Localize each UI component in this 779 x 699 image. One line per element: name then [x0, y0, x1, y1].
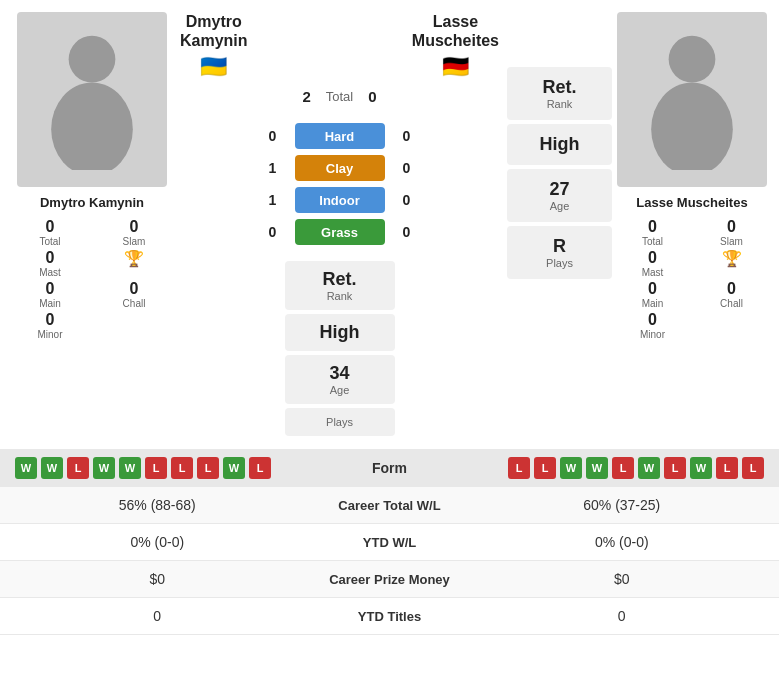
- right-player-photo: [617, 12, 767, 187]
- form-badge-right: W: [560, 457, 582, 479]
- center-section: DmytroKamynin 🇺🇦 LasseMuscheites 🇩🇪 2 To…: [180, 12, 499, 436]
- form-badge-right: W: [690, 457, 712, 479]
- right-section: Ret. Rank High 27 Age R Plays: [507, 12, 767, 436]
- left-minor-stat: 0 Minor: [12, 311, 88, 340]
- form-label: Form: [350, 460, 430, 476]
- right-trophy: 🏆: [696, 249, 767, 278]
- stats-left-0: 56% (88-68): [15, 497, 300, 513]
- right-header-name: LasseMuscheites: [412, 12, 499, 50]
- left-player-photo: [17, 12, 167, 187]
- form-section: WWLWWLLLWL Form LLWWLWLWLL: [0, 449, 779, 487]
- svg-point-2: [669, 35, 716, 82]
- form-badge-right: W: [638, 457, 660, 479]
- right-slam-stat: 0 Slam: [696, 218, 767, 247]
- left-chall-label: Chall: [123, 298, 146, 309]
- svg-point-0: [69, 35, 116, 82]
- right-plays-value: R: [512, 236, 607, 257]
- right-main-stat: 0 Main: [617, 280, 688, 309]
- left-main-stat: 0 Main: [12, 280, 88, 309]
- left-total-label: Total: [39, 236, 60, 247]
- stats-row: 0% (0-0) YTD W/L 0% (0-0): [0, 524, 779, 561]
- right-high-value: High: [512, 134, 607, 155]
- right-age-box: 27 Age: [507, 169, 612, 222]
- left-chall-stat: 0 Chall: [96, 280, 172, 309]
- right-player-header: LasseMuscheites 🇩🇪: [412, 12, 499, 80]
- form-badge-left: W: [15, 457, 37, 479]
- form-badge-left: W: [119, 457, 141, 479]
- left-total-value: 0: [46, 218, 55, 236]
- clay-badge: Clay: [295, 155, 385, 181]
- stats-left-1: 0% (0-0): [15, 534, 300, 550]
- right-slam-label: Slam: [720, 236, 743, 247]
- stats-row: 56% (88-68) Career Total W/L 60% (37-25): [0, 487, 779, 524]
- hard-left-score: 0: [263, 128, 283, 144]
- left-rank-label: Rank: [290, 290, 390, 302]
- form-badge-left: L: [197, 457, 219, 479]
- stats-label-3: YTD Titles: [300, 609, 480, 624]
- surface-row-hard: 0 Hard 0: [180, 123, 499, 149]
- form-badge-right: W: [586, 457, 608, 479]
- right-minor-label: Minor: [640, 329, 665, 340]
- right-total-stat: 0 Total: [617, 218, 688, 247]
- left-player-header: DmytroKamynin 🇺🇦: [180, 12, 248, 80]
- grass-left-score: 0: [263, 224, 283, 240]
- right-rank-value: Ret.: [512, 77, 607, 98]
- left-rank-value: Ret.: [290, 269, 390, 290]
- stats-left-3: 0: [15, 608, 300, 624]
- top-area: Dmytro Kamynin 0 Total 0 Slam 0 Mast 🏆: [0, 0, 779, 444]
- left-age-value: 34: [290, 363, 390, 384]
- right-total-score: 0: [368, 88, 376, 105]
- left-minor-label: Minor: [37, 329, 62, 340]
- surface-row-indoor: 1 Indoor 0: [180, 187, 499, 213]
- form-badge-right: L: [664, 457, 686, 479]
- form-badges-right: LLWWLWLWLL: [438, 457, 765, 479]
- right-chall-label: Chall: [720, 298, 743, 309]
- right-rank-box: Ret. Rank: [507, 67, 612, 120]
- form-badge-right: L: [742, 457, 764, 479]
- hard-badge: Hard: [295, 123, 385, 149]
- left-slam-stat: 0 Slam: [96, 218, 172, 247]
- left-chall-value: 0: [130, 280, 139, 298]
- stats-row: $0 Career Prize Money $0: [0, 561, 779, 598]
- left-main-value: 0: [46, 280, 55, 298]
- stats-right-3: 0: [480, 608, 765, 624]
- left-total-stat: 0 Total: [12, 218, 88, 247]
- indoor-badge: Indoor: [295, 187, 385, 213]
- left-plays-box: Plays: [285, 408, 395, 436]
- right-age-label: Age: [512, 200, 607, 212]
- left-player-section: Dmytro Kamynin 0 Total 0 Slam 0 Mast 🏆: [12, 12, 172, 436]
- left-slam-value: 0: [130, 218, 139, 236]
- left-player-silhouette: [32, 30, 152, 170]
- left-flag: 🇺🇦: [180, 54, 248, 80]
- indoor-right-score: 0: [397, 192, 417, 208]
- form-badge-right: L: [508, 457, 530, 479]
- left-player-stats: 0 Total 0 Slam 0 Mast 🏆 0 Main: [12, 218, 172, 340]
- left-age-box: 34 Age: [285, 355, 395, 404]
- grass-right-score: 0: [397, 224, 417, 240]
- right-age-value: 27: [512, 179, 607, 200]
- form-badge-left: L: [171, 457, 193, 479]
- stats-rows: 56% (88-68) Career Total W/L 60% (37-25)…: [0, 487, 779, 635]
- right-player-stats: 0 Total 0 Slam 0 Mast 🏆 0: [617, 218, 767, 340]
- right-flag: 🇩🇪: [412, 54, 499, 80]
- left-age-label: Age: [290, 384, 390, 396]
- stats-right-2: $0: [480, 571, 765, 587]
- left-trophy-icon: 🏆: [124, 249, 144, 268]
- left-mast-value: 0: [46, 249, 55, 267]
- form-badges-left: WWLWWLLLWL: [15, 457, 342, 479]
- left-high-value: High: [290, 322, 390, 343]
- right-rank-label: Rank: [512, 98, 607, 110]
- form-badge-left: L: [67, 457, 89, 479]
- stats-label-1: YTD W/L: [300, 535, 480, 550]
- left-trophy: 🏆: [96, 249, 172, 278]
- form-badge-left: L: [145, 457, 167, 479]
- left-rank-box: Ret. Rank: [285, 261, 395, 310]
- stats-label-0: Career Total W/L: [300, 498, 480, 513]
- main-container: Dmytro Kamynin 0 Total 0 Slam 0 Mast 🏆: [0, 0, 779, 635]
- right-player-silhouette: [632, 30, 752, 170]
- left-high-box: High: [285, 314, 395, 351]
- form-badge-right: L: [534, 457, 556, 479]
- right-total-label: Total: [642, 236, 663, 247]
- indoor-left-score: 1: [263, 192, 283, 208]
- form-badge-left: L: [249, 457, 271, 479]
